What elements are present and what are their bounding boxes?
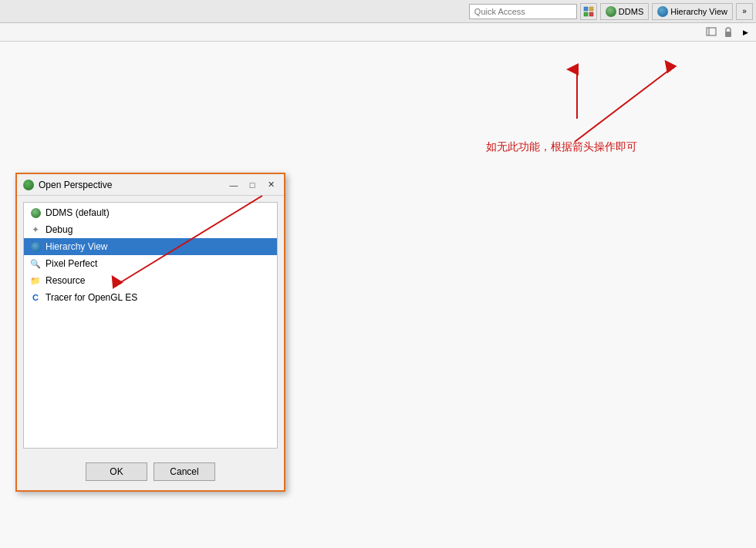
perspective-item-debug[interactable]: ✦Debug: [24, 221, 277, 238]
perspective-item-ddms[interactable]: DDMS (default): [24, 204, 277, 221]
cancel-button[interactable]: Cancel: [154, 462, 215, 481]
open-perspective-dialog: Open Perspective — □ ✕ DDMS (default)✦De…: [15, 173, 285, 492]
svg-rect-6: [725, 32, 731, 37]
svg-rect-0: [584, 7, 588, 11]
perspective-label-hierarchy: Hierarchy View: [46, 241, 107, 252]
ddms-button[interactable]: DDMS: [600, 3, 649, 20]
dialog-maximize-button[interactable]: □: [245, 178, 259, 192]
dialog-minimize-button[interactable]: —: [227, 178, 241, 192]
perspective-item-tracer[interactable]: CTracer for OpenGL ES: [24, 289, 277, 306]
dialog-titlebar: Open Perspective — □ ✕: [17, 174, 284, 196]
perspective-label-debug: Debug: [46, 224, 73, 235]
perspective-label-ddms: DDMS (default): [46, 207, 110, 218]
hierarchy-view-button[interactable]: Hierarchy View: [652, 3, 733, 20]
open-perspective-button[interactable]: [580, 3, 597, 20]
main-content: Open Perspective — □ ✕ DDMS (default)✦De…: [0, 42, 756, 548]
ddms-label: DDMS: [619, 7, 643, 16]
toolbar2-btn-1[interactable]: [704, 25, 719, 39]
perspective-label-tracer: Tracer for OpenGL ES: [46, 292, 137, 303]
quick-access-input[interactable]: [469, 4, 577, 19]
dialog-body: DDMS (default)✦DebugHierarchy View🔍Pixel…: [17, 196, 284, 455]
svg-rect-1: [589, 7, 593, 11]
perspective-label-pixel: Pixel Perfect: [46, 258, 97, 269]
toolbar2-btn-lock[interactable]: [721, 25, 736, 39]
dialog-footer: OK Cancel: [17, 455, 284, 490]
globe-green-icon: [30, 207, 41, 218]
hierarchy-icon: [657, 6, 668, 17]
svg-rect-2: [584, 12, 588, 16]
ddms-icon: [606, 6, 616, 17]
hierarchy-view-label: Hierarchy View: [670, 7, 727, 16]
annotation-text: 如无此功能，根据箭头操作即可: [486, 140, 637, 154]
svg-rect-4: [707, 28, 716, 35]
c-letter-icon: C: [30, 292, 41, 303]
ok-button[interactable]: OK: [86, 462, 147, 481]
dialog-close-button[interactable]: ✕: [264, 178, 278, 192]
debug-icon: ✦: [30, 224, 41, 235]
perspective-item-hierarchy[interactable]: Hierarchy View: [24, 238, 277, 255]
perspective-item-pixel[interactable]: 🔍Pixel Perfect: [24, 255, 277, 272]
perspective-label-resource: Resource: [46, 275, 85, 286]
svg-rect-3: [589, 12, 593, 16]
svg-line-7: [575, 69, 671, 142]
perspective-item-resource[interactable]: 📁Resource: [24, 272, 277, 289]
search-green-icon: 🔍: [30, 258, 41, 269]
globe-blue-icon: [30, 241, 41, 252]
dialog-title: Open Perspective: [39, 180, 222, 190]
perspective-list[interactable]: DDMS (default)✦DebugHierarchy View🔍Pixel…: [23, 202, 278, 449]
more-perspectives-button[interactable]: »: [736, 3, 753, 20]
main-toolbar: DDMS Hierarchy View »: [0, 0, 756, 23]
dialog-title-icon: [23, 180, 34, 190]
secondary-toolbar: ▶: [0, 23, 756, 42]
folder-icon: 📁: [30, 275, 41, 286]
toolbar2-btn-more[interactable]: ▶: [737, 25, 753, 39]
